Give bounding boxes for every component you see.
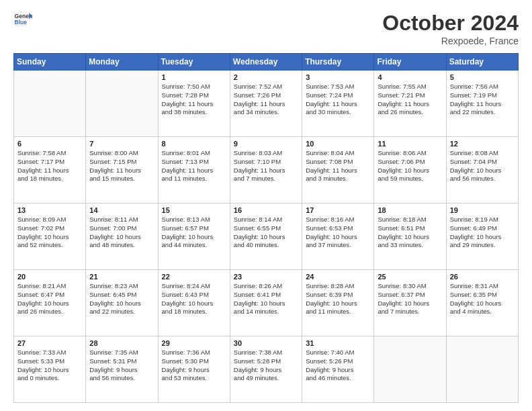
day-number: 26	[450, 273, 515, 281]
day-number: 30	[234, 339, 298, 347]
cell-line: Daylight: 10 hours	[17, 233, 82, 242]
calendar-header-row: Sunday Monday Tuesday Wednesday Thursday…	[14, 54, 519, 71]
cell-line: Sunrise: 8:16 AM	[306, 216, 370, 224]
cell-line: Daylight: 10 hours	[162, 300, 226, 308]
table-row: 29Sunrise: 7:36 AMSunset: 5:30 PMDayligh…	[158, 336, 230, 403]
table-row: 6Sunrise: 7:58 AMSunset: 7:17 PMDaylight…	[14, 137, 86, 203]
cell-line: Sunset: 7:26 PM	[234, 91, 298, 100]
table-row: 23Sunrise: 8:26 AMSunset: 6:41 PMDayligh…	[230, 270, 302, 336]
day-number: 17	[306, 206, 370, 214]
table-row: 18Sunrise: 8:18 AMSunset: 6:51 PMDayligh…	[374, 203, 446, 270]
cell-line: Sunrise: 8:01 AM	[162, 149, 226, 158]
cell-line: and 59 minutes.	[378, 175, 442, 183]
title-block: October 2024 Rexpoede, France	[382, 11, 519, 46]
col-sunday: Sunday	[14, 54, 86, 71]
cell-line: and 40 minutes.	[234, 241, 298, 250]
table-row: 26Sunrise: 8:31 AMSunset: 6:35 PMDayligh…	[446, 270, 518, 336]
cell-line: Sunset: 7:00 PM	[89, 224, 154, 233]
cell-line: Daylight: 9 hours	[234, 366, 298, 375]
cell-line: Sunset: 6:57 PM	[162, 224, 226, 233]
cell-line: Sunrise: 7:38 AM	[234, 349, 298, 357]
cell-line: Sunset: 5:31 PM	[89, 357, 154, 366]
day-number: 2	[234, 73, 298, 81]
cell-line: Sunrise: 7:33 AM	[17, 349, 82, 357]
table-row: 7Sunrise: 8:00 AMSunset: 7:15 PMDaylight…	[86, 137, 158, 203]
cell-line: Sunrise: 8:23 AM	[89, 282, 154, 291]
col-tuesday: Tuesday	[158, 54, 230, 71]
cell-line: and 33 minutes.	[378, 241, 442, 250]
cell-line: Daylight: 9 hours	[306, 366, 370, 375]
cell-line: Sunrise: 7:55 AM	[378, 83, 442, 91]
cell-line: Daylight: 10 hours	[234, 233, 298, 242]
cell-line: Daylight: 11 hours	[162, 167, 226, 175]
day-number: 21	[89, 273, 154, 281]
cell-line: Sunrise: 7:50 AM	[162, 83, 226, 91]
day-number: 6	[17, 140, 82, 148]
cell-line: Daylight: 10 hours	[378, 300, 442, 308]
col-friday: Friday	[374, 54, 446, 71]
cell-line: Sunset: 7:13 PM	[162, 158, 226, 167]
cell-line: and 7 minutes.	[378, 308, 442, 316]
day-number: 22	[162, 273, 226, 281]
cell-line: Sunset: 6:47 PM	[17, 291, 82, 300]
cell-line: Daylight: 10 hours	[450, 167, 515, 175]
table-row: 17Sunrise: 8:16 AMSunset: 6:53 PMDayligh…	[302, 203, 374, 270]
col-wednesday: Wednesday	[230, 54, 302, 71]
col-thursday: Thursday	[302, 54, 374, 71]
cell-line: and 52 minutes.	[17, 241, 82, 250]
day-number: 20	[17, 273, 82, 281]
table-row: 14Sunrise: 8:11 AMSunset: 7:00 PMDayligh…	[86, 203, 158, 270]
cell-line: Sunset: 6:35 PM	[450, 291, 515, 300]
table-row: 27Sunrise: 7:33 AMSunset: 5:33 PMDayligh…	[14, 336, 86, 403]
cell-line: and 49 minutes.	[234, 374, 298, 383]
cell-line: Sunset: 6:55 PM	[234, 224, 298, 233]
cell-line: and 30 minutes.	[306, 108, 370, 117]
calendar-week-row: 6Sunrise: 7:58 AMSunset: 7:17 PMDaylight…	[14, 137, 519, 203]
day-number: 3	[306, 73, 370, 81]
day-number: 23	[234, 273, 298, 281]
cell-line: Daylight: 10 hours	[450, 300, 515, 308]
cell-line: Daylight: 10 hours	[89, 300, 154, 308]
table-row: 30Sunrise: 7:38 AMSunset: 5:28 PMDayligh…	[230, 336, 302, 403]
cell-line: Daylight: 11 hours	[89, 167, 154, 175]
cell-line: Sunset: 7:24 PM	[306, 91, 370, 100]
cell-line: Sunset: 6:37 PM	[378, 291, 442, 300]
cell-line: Sunrise: 7:40 AM	[306, 349, 370, 357]
table-row: 13Sunrise: 8:09 AMSunset: 7:02 PMDayligh…	[14, 203, 86, 270]
day-number: 11	[378, 140, 442, 148]
cell-line: Sunset: 7:10 PM	[234, 158, 298, 167]
logo: General Blue	[13, 11, 32, 30]
table-row: 8Sunrise: 8:01 AMSunset: 7:13 PMDaylight…	[158, 137, 230, 203]
location: Rexpoede, France	[382, 36, 519, 46]
cell-line: Sunrise: 8:06 AM	[378, 149, 442, 158]
cell-line: Sunrise: 7:36 AM	[162, 349, 226, 357]
table-row: 10Sunrise: 8:04 AMSunset: 7:08 PMDayligh…	[302, 137, 374, 203]
day-number: 14	[89, 206, 154, 214]
calendar-week-row: 20Sunrise: 8:21 AMSunset: 6:47 PMDayligh…	[14, 270, 519, 336]
cell-line: Daylight: 11 hours	[234, 167, 298, 175]
cell-line: Sunrise: 8:24 AM	[162, 282, 226, 291]
cell-line: and 56 minutes.	[450, 175, 515, 183]
table-row: 19Sunrise: 8:19 AMSunset: 6:49 PMDayligh…	[446, 203, 518, 270]
cell-line: and 46 minutes.	[306, 374, 370, 383]
cell-line: Daylight: 10 hours	[450, 233, 515, 242]
cell-line: Sunset: 7:06 PM	[378, 158, 442, 167]
table-row: 15Sunrise: 8:13 AMSunset: 6:57 PMDayligh…	[158, 203, 230, 270]
cell-line: and 0 minutes.	[17, 374, 82, 383]
svg-text:Blue: Blue	[15, 19, 28, 26]
cell-line: Sunset: 6:49 PM	[450, 224, 515, 233]
cell-line: Sunset: 5:26 PM	[306, 357, 370, 366]
day-number: 19	[450, 206, 515, 214]
cell-line: Sunset: 7:17 PM	[17, 158, 82, 167]
cell-line: Sunrise: 8:13 AM	[162, 216, 226, 224]
cell-line: Sunset: 6:41 PM	[234, 291, 298, 300]
cell-line: Sunset: 6:53 PM	[306, 224, 370, 233]
cell-line: Daylight: 11 hours	[17, 167, 82, 175]
cell-line: Sunset: 7:28 PM	[162, 91, 226, 100]
cell-line: and 22 minutes.	[89, 308, 154, 316]
cell-line: Daylight: 9 hours	[89, 366, 154, 375]
cell-line: Sunset: 7:04 PM	[450, 158, 515, 167]
cell-line: and 18 minutes.	[17, 175, 82, 183]
cell-line: and 38 minutes.	[162, 108, 226, 117]
cell-line: Sunrise: 8:08 AM	[450, 149, 515, 158]
